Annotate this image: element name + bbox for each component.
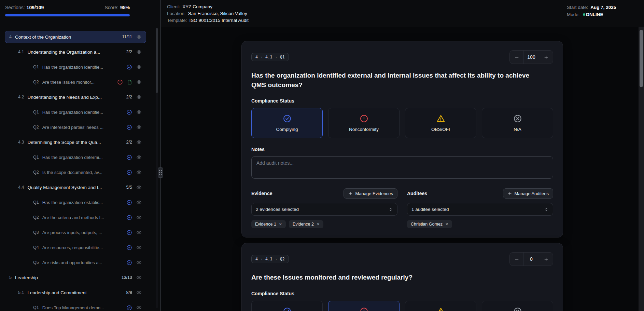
eye-icon[interactable] [136, 79, 142, 85]
eye-icon[interactable] [136, 260, 142, 265]
sidebar-item-q2[interactable]: Q2Are interested parties' needs ... [5, 121, 146, 133]
remove-chip-button[interactable]: ✕ [317, 222, 320, 226]
remove-chip-button[interactable]: ✕ [279, 222, 282, 226]
sidebar-item-q1[interactable]: Q1Has the organization identifie... [5, 106, 146, 118]
eye-icon[interactable] [136, 230, 142, 235]
sidebar-item-q2[interactable]: Q2Are these issues monitor... [5, 76, 146, 88]
eye-icon[interactable] [136, 94, 142, 100]
manage-evidence-button[interactable]: Manage Evidences [344, 188, 397, 199]
status-obs-ofi-button[interactable]: OBS/OFI [405, 301, 476, 311]
sidebar-item-q2[interactable]: Q2Are the criteria and methods f... [5, 211, 146, 224]
status-complying-button[interactable]: Complying [251, 108, 323, 138]
item-title: Has the organization identifie... [42, 65, 123, 70]
sidebar-list: 4Context of the Organization11/114.1Unde… [0, 31, 160, 311]
status-n-a-button[interactable]: N/A [482, 108, 553, 138]
main-scrollbar-thumb[interactable] [640, 30, 643, 87]
status-complying-button[interactable]: Complying [251, 301, 323, 311]
sidebar-item-5[interactable]: 5Leadership13/13 [5, 271, 146, 284]
panel-divider [160, 0, 161, 311]
notes-label: Notes [251, 147, 553, 152]
warning-triangle-icon [436, 114, 445, 123]
eye-icon[interactable] [136, 49, 142, 55]
sidebar-item-q1[interactable]: Q1Has the organization establis... [5, 196, 146, 208]
score-input[interactable]: 100 [523, 51, 539, 64]
sidebar-item-q4[interactable]: Q4Are resources, responsibilitie... [5, 241, 146, 254]
sidebar-scrollbar-thumb[interactable] [156, 28, 158, 93]
eye-icon[interactable] [136, 154, 142, 160]
sidebar-item-q1[interactable]: Q1Has the organization identifie... [5, 61, 146, 73]
item-indicators [117, 79, 142, 85]
notes-input[interactable] [251, 156, 553, 179]
eye-icon[interactable] [136, 109, 142, 115]
evidence-select[interactable]: 2 evidences selected [251, 203, 397, 216]
sidebar-item-5.1[interactable]: 5.1Leadership and Commitment8/8 [5, 286, 146, 299]
header: Sections:109/109 Score:95% Client:XYZ Co… [0, 0, 644, 27]
item-title: Are the criteria and methods f... [42, 215, 123, 220]
eye-icon[interactable] [136, 215, 142, 220]
eye-icon[interactable] [136, 139, 142, 145]
score-input[interactable]: 0 [523, 253, 539, 266]
eye-icon[interactable] [136, 34, 142, 40]
status-label: OBS/OFI [431, 127, 450, 132]
template-label: Template: [167, 18, 187, 23]
check-circle-icon [126, 170, 132, 175]
item-indicators [126, 170, 142, 175]
sidebar-item-q1[interactable]: Q1Has the organization determi... [5, 151, 146, 163]
evidence-auditees-row: EvidenceManage Evidences2 evidences sele… [251, 188, 553, 228]
eye-icon[interactable] [136, 245, 142, 250]
status-label: Nonconformity [349, 127, 379, 132]
auditees-chip: Christian Gomez✕ [407, 220, 452, 228]
compliance-options: ComplyingNonconformityOBS/OFIN/A [251, 301, 553, 311]
status-n-a-button[interactable]: N/A [482, 301, 553, 311]
eye-icon[interactable] [136, 185, 142, 190]
sidebar-item-4.1[interactable]: 4.1Understanding the Organization a...2/… [5, 46, 146, 58]
eye-icon[interactable] [136, 290, 142, 295]
main-scrollbar[interactable] [639, 27, 644, 311]
item-number: Q2 [33, 80, 39, 84]
sidebar-item-q3[interactable]: Q3Are process inputs, outputs, ... [5, 226, 146, 239]
item-indicators [126, 154, 142, 160]
sidebar-item-q5[interactable]: Q5Are risks and opportunities a... [5, 256, 146, 269]
sidebar-item-q2[interactable]: Q2Is the scope documented, av... [5, 166, 146, 178]
location-row: Location:San Francisco, Silicon Valley [167, 10, 249, 17]
sidebar-item-4.2[interactable]: 4.2Understanding the Needs and Exp...2/2 [5, 91, 146, 103]
status-obs-ofi-button[interactable]: OBS/OFI [405, 108, 476, 138]
score-counter: Score:95% [105, 5, 130, 10]
eye-icon[interactable] [136, 64, 142, 70]
online-status-dot [583, 13, 585, 16]
item-indicators: 11/11 [122, 34, 142, 40]
eye-icon[interactable] [136, 200, 142, 205]
score-decrement-button[interactable] [510, 51, 523, 64]
app-root: Sections:109/109 Score:95% Client:XYZ Co… [0, 0, 644, 311]
score-increment-button[interactable] [539, 253, 553, 266]
body: 4Context of the Organization11/114.1Unde… [0, 27, 644, 311]
eye-icon[interactable] [136, 170, 142, 175]
answered-count: 2/2 [126, 50, 132, 54]
question-card-4-4_1-q2: 4›4.1›Q20Are these issues monitored and … [241, 243, 563, 311]
item-indicators [126, 245, 142, 251]
manage-auditees-button[interactable]: Manage Auditees [503, 188, 553, 199]
eye-icon[interactable] [136, 124, 142, 130]
check-circle-icon [126, 230, 132, 235]
status-nonconformity-button[interactable]: Nonconformity [328, 108, 400, 138]
sidebar-item-4[interactable]: 4Context of the Organization11/11 [5, 31, 146, 43]
breadcrumb-segment: 4 [255, 55, 258, 59]
status-label: N/A [514, 127, 521, 132]
remove-chip-button[interactable]: ✕ [445, 222, 448, 226]
answered-count: 8/8 [126, 290, 132, 295]
eye-icon[interactable] [136, 305, 142, 310]
sidebar-item-q1[interactable]: Q1Does Top Management demo... [5, 301, 146, 311]
score-increment-button[interactable] [539, 51, 553, 64]
score-decrement-button[interactable] [510, 253, 523, 266]
template-value: ISO 9001:2015 Internal Audit [190, 18, 249, 23]
item-indicators [126, 215, 142, 220]
status-nonconformity-button[interactable]: Nonconformity [328, 301, 400, 311]
sidebar-item-4.4[interactable]: 4.4Quality Management System and I...5/5 [5, 181, 146, 193]
sidebar-item-4.3[interactable]: 4.3Determining the Scope of the Qua...2/… [5, 136, 146, 148]
panel-resize-handle[interactable] [158, 167, 163, 178]
eye-icon[interactable] [136, 275, 142, 280]
item-title: Determining the Scope of the Qua... [27, 140, 123, 145]
breadcrumb-separator-icon: › [275, 257, 277, 261]
auditees-select[interactable]: 1 auditee selected [407, 203, 553, 216]
item-indicators: 8/8 [126, 290, 142, 295]
